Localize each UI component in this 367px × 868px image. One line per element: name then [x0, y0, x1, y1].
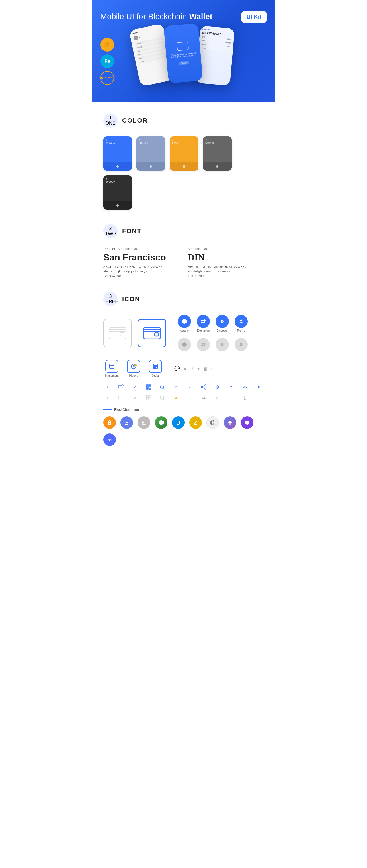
tool-icons-row2-inactive: + ✓ ★ ‹ ⇌ ✕ › ℹ [103, 394, 264, 402]
icon-qr[interactable] [144, 383, 152, 391]
icon-arrow-gray: ⇌ [200, 394, 207, 402]
icon-litecoin: Ł [138, 416, 150, 429]
icon-band: ∞ [103, 433, 116, 446]
icon-section: 3 THREE ICON [103, 292, 264, 446]
icon-back[interactable]: ‹ [186, 383, 194, 391]
svg-rect-3 [109, 330, 126, 332]
icon-edit[interactable] [117, 383, 125, 391]
icon-order[interactable]: Order [147, 360, 164, 377]
nav-discover-inactive [216, 338, 229, 351]
svg-rect-2 [109, 328, 126, 339]
svg-rect-47 [146, 398, 148, 400]
nav-discover[interactable]: Discover [216, 315, 229, 332]
nav-assets[interactable]: Assets [178, 315, 191, 332]
blockchain-line [103, 409, 112, 410]
swatch-orange: #F5A623 [170, 136, 198, 171]
svg-rect-34 [149, 389, 151, 390]
icon-share[interactable] [200, 383, 207, 391]
icon-ethereum: Ξ [120, 416, 133, 429]
swatch-gray: #666666 [203, 136, 232, 171]
nav-profile[interactable]: Profile [234, 315, 248, 332]
blockchain-label: BlockChain Icon [103, 408, 264, 412]
font-sf: Regular ' Medium ' Bold San Francisco AB… [103, 247, 179, 278]
color-swatches: #3574FA #8DA0C8 #F5A623 #666666 #303030 [103, 136, 264, 210]
svg-point-37 [205, 385, 206, 386]
svg-rect-45 [146, 396, 148, 398]
icon-mangment[interactable]: Mangment [103, 360, 120, 377]
svg-line-40 [202, 385, 205, 387]
icon-back-gray: ‹ [186, 394, 194, 402]
hero-section: Mobile UI for Blockchain Wallet UI Kit P… [92, 0, 275, 102]
svg-marker-55 [246, 420, 249, 425]
svg-rect-5 [143, 328, 161, 339]
icon-upload[interactable] [227, 383, 235, 391]
color-section-header: 1 ONE COLOR [103, 114, 264, 128]
crypto-icons-row: ₿ Ξ Ł D Z ∞ [103, 416, 264, 446]
phone-center: Character may be mastered in the great m… [164, 24, 203, 84]
color-title: COLOR [122, 117, 148, 124]
svg-marker-12 [182, 342, 187, 347]
color-section: 1 ONE COLOR #3574FA #8DA0C8 #F5A623 #666… [103, 114, 264, 210]
svg-point-38 [201, 386, 202, 388]
nav-icons-active-row: Assets Exchange [178, 315, 248, 332]
svg-rect-33 [149, 388, 151, 389]
svg-line-41 [202, 387, 205, 389]
swatch-blue: #3574FA [103, 136, 132, 171]
svg-rect-46 [149, 396, 151, 398]
icon-zcash: Z [189, 416, 202, 429]
svg-rect-6 [143, 330, 161, 332]
icon-search[interactable] [158, 383, 166, 391]
icon-star[interactable]: ☆ [172, 383, 180, 391]
icon-layers: ≡ [184, 366, 186, 371]
icon-close[interactable]: ✕ [255, 383, 263, 391]
svg-point-35 [160, 385, 164, 389]
wallet-icon-colored [138, 319, 166, 347]
font-section: 2 TWO FONT Regular ' Medium ' Bold San F… [103, 224, 264, 278]
swatch-dark: #303030 [103, 175, 132, 210]
section-number-1: 1 ONE [103, 114, 117, 128]
utility-icons-row: 💬 ≡ ☽ ● ▣ ℹ [174, 366, 213, 371]
svg-point-11 [240, 320, 242, 322]
icon-settings[interactable]: ⚙ [213, 383, 221, 391]
svg-rect-16 [110, 364, 114, 369]
icon-star-orange: ★ [172, 394, 180, 402]
icon-x-gray: ✕ [213, 394, 221, 402]
svg-line-36 [163, 388, 165, 389]
section-number-3: 3 THREE [103, 292, 117, 306]
font-section-header: 2 TWO FONT [103, 224, 264, 238]
icon-chat2: ▣ [203, 366, 207, 371]
icon-hex [206, 416, 219, 429]
icon-bitcoin: ₿ [103, 416, 116, 429]
icon-check[interactable]: ✓ [131, 383, 139, 391]
nav-exchange[interactable]: Exchange [197, 315, 210, 332]
wallet-icon-wireframe [103, 319, 132, 347]
icon-neo [155, 416, 167, 429]
svg-rect-30 [147, 385, 148, 386]
icon-history[interactable]: History [125, 360, 142, 377]
svg-marker-50 [159, 420, 164, 425]
icon-eth2 [224, 416, 236, 429]
svg-line-49 [163, 399, 165, 400]
svg-point-15 [240, 343, 242, 345]
icon-plus[interactable]: + [103, 383, 111, 391]
svg-point-10 [222, 321, 223, 322]
icon-edit-gray [117, 394, 125, 402]
font-din: Medium ' Bold DIN ABCDEFGHIJKLMNOPQRSTUV… [188, 247, 264, 278]
svg-rect-32 [147, 388, 148, 389]
icon-expand[interactable]: ⇔ [241, 383, 249, 391]
icon-title: ICON [122, 296, 140, 303]
icon-dash: D [172, 416, 185, 429]
icon-polygon [241, 416, 253, 429]
hero-phones: Profile AI... Mangment Message Nigh... F… [101, 28, 266, 85]
svg-rect-4 [120, 333, 124, 336]
nav-assets-inactive [178, 338, 191, 351]
icon-search-gray [158, 394, 166, 402]
nav-icons-inactive-row [178, 338, 248, 351]
svg-point-14 [222, 344, 223, 345]
svg-marker-53 [228, 420, 232, 424]
bottom-tab-icons: Mangment History [103, 360, 264, 377]
icon-qr-gray [144, 394, 152, 402]
icon-chat: 💬 [174, 366, 180, 371]
svg-rect-7 [154, 333, 159, 336]
nav-icons-group: Assets Exchange [178, 315, 248, 351]
